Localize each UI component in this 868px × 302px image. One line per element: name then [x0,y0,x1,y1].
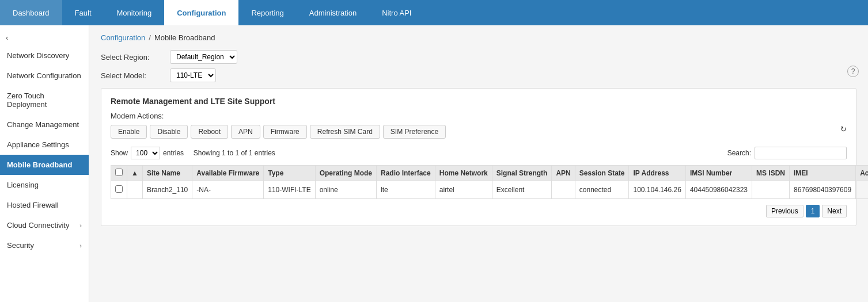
col-header-site-name[interactable]: Site Name [142,166,192,181]
nav-monitoring[interactable]: Monitoring [104,0,165,25]
modem-action-buttons: Enable Disable Reboot APN Firmware Refre… [111,125,847,139]
sidebar-item-label: Security [7,241,34,250]
top-nav: Dashboard Fault Monitoring Configuration… [0,0,868,25]
nav-nitro-api[interactable]: Nitro API [369,0,424,25]
row-operating-mode: online [315,181,376,199]
sidebar-item-label: Network Configuration [7,71,81,80]
model-select[interactable]: 110-LTE [170,68,216,82]
main-content: ? Configuration / Mobile Broadband Selec… [89,25,868,302]
region-row: Select Region: Default_Region [101,50,856,64]
back-button[interactable]: ‹ [0,30,89,45]
sidebar-item-licensing[interactable]: Licensing [0,175,89,195]
select-all-checkbox[interactable] [115,169,123,176]
nav-fault[interactable]: Fault [62,0,104,25]
col-header-active-firmware[interactable]: Active Firmware [856,166,868,181]
row-ms-isdn [752,181,790,199]
sidebar-item-zero-touch[interactable]: Zero Touch Deployment [0,86,89,114]
sidebar-item-network-configuration[interactable]: Network Configuration [0,66,89,86]
row-imsi-number: 404450986042323 [685,181,752,199]
panel-title: Remote Management and LTE Site Support [111,97,847,106]
row-ip-address: 100.104.146.26 [629,181,685,199]
col-header-type[interactable]: Type [264,166,315,181]
next-button[interactable]: Next [822,205,847,217]
col-header-home-network[interactable]: Home Network [435,166,492,181]
search-input[interactable] [755,147,847,159]
modem-actions-label: Modem Actions: [111,112,847,120]
refresh-icon[interactable]: ↻ [840,125,847,139]
col-header-signal-strength[interactable]: Signal Strength [492,166,552,181]
sim-preference-button[interactable]: SIM Preference [383,125,446,139]
col-header-operating-mode[interactable]: Operating Mode [315,166,376,181]
sidebar-item-mobile-broadband[interactable]: Mobile Broadband [0,155,89,175]
breadcrumb-current: Mobile Broadband [154,33,215,42]
reboot-button[interactable]: Reboot [191,125,228,139]
main-panel: Remote Management and LTE Site Support M… [101,88,856,226]
col-header-apn[interactable]: APN [552,166,575,181]
table-controls: Show 100 entries Showing 1 to 1 of 1 ent… [111,147,847,159]
row-checkbox-cell[interactable] [111,181,127,199]
chevron-right-icon: › [79,242,82,249]
row-sort-cell [127,181,143,199]
sidebar-item-label: Cloud Connectivity [7,221,69,230]
model-row: Select Model: 110-LTE [101,68,856,82]
pagination: Previous 1 Next [111,205,847,217]
sidebar: ‹ Network Discovery Network Configuratio… [0,25,89,302]
col-header-radio-interface[interactable]: Radio Interface [377,166,435,181]
data-table: ▲ Site Name Available Firmware Type Oper… [111,165,868,199]
region-select[interactable]: Default_Region [170,50,237,64]
col-header-available-firmware[interactable]: Available Firmware [192,166,264,181]
show-label: Show [111,149,128,157]
region-label: Select Region: [101,53,170,62]
col-header-imsi-number[interactable]: IMSI Number [685,166,752,181]
col-header-sort[interactable]: ▲ [127,166,143,181]
col-header-session-state[interactable]: Session State [575,166,629,181]
table-controls-right: Search: [727,147,847,159]
breadcrumb-parent[interactable]: Configuration [101,33,145,42]
nav-administration[interactable]: Administration [297,0,369,25]
col-header-ip-address[interactable]: IP Address [629,166,685,181]
row-site-name: Branch2_110 [142,181,192,199]
entries-label: entries [163,149,184,157]
row-active-firmware [856,181,868,199]
entries-select[interactable]: 100 [131,147,160,159]
col-header-ms-isdn[interactable]: MS ISDN [752,166,790,181]
help-icon[interactable]: ? [847,66,859,77]
sidebar-item-label: Zero Touch Deployment [7,91,82,109]
previous-button[interactable]: Previous [766,205,803,217]
row-type: 110-WIFI-LTE [264,181,315,199]
breadcrumb-separator: / [149,33,151,42]
sidebar-item-security[interactable]: Security › [0,235,89,255]
disable-button[interactable]: Disable [150,125,188,139]
sidebar-item-change-management[interactable]: Change Management [0,114,89,135]
sidebar-item-label: Licensing [7,181,39,189]
col-header-imei[interactable]: IMEI [790,166,856,181]
sidebar-item-label: Network Discovery [7,51,69,60]
table-controls-left: Show 100 entries Showing 1 to 1 of 1 ent… [111,147,275,159]
row-home-network: airtel [435,181,492,199]
sidebar-item-hosted-firewall[interactable]: Hosted Firewall [0,195,89,215]
sidebar-item-label: Change Management [7,120,79,129]
col-header-checkbox [111,166,127,181]
app-body: ‹ Network Discovery Network Configuratio… [0,25,868,302]
nav-dashboard[interactable]: Dashboard [0,0,62,25]
refresh-sim-button[interactable]: Refresh SIM Card [310,125,380,139]
row-signal-strength: Excellent [492,181,552,199]
row-session-state: connected [575,181,629,199]
nav-configuration[interactable]: Configuration [164,0,238,25]
model-label: Select Model: [101,71,170,80]
sidebar-item-network-discovery[interactable]: Network Discovery [0,45,89,66]
sidebar-item-appliance-settings[interactable]: Appliance Settings [0,135,89,155]
enable-button[interactable]: Enable [111,125,147,139]
sidebar-item-label: Appliance Settings [7,140,69,149]
chevron-right-icon: › [79,222,82,229]
row-checkbox[interactable] [115,185,123,193]
nav-reporting[interactable]: Reporting [238,0,296,25]
firmware-button[interactable]: Firmware [263,125,307,139]
sidebar-item-cloud-connectivity[interactable]: Cloud Connectivity › [0,215,89,235]
page-1-button[interactable]: 1 [806,205,820,217]
row-radio-interface: lte [377,181,435,199]
breadcrumb: Configuration / Mobile Broadband [101,33,856,42]
search-label: Search: [727,149,751,157]
table-row: Branch2_110 -NA- 110-WIFI-LTE online lte… [111,181,869,199]
apn-button[interactable]: APN [231,125,260,139]
